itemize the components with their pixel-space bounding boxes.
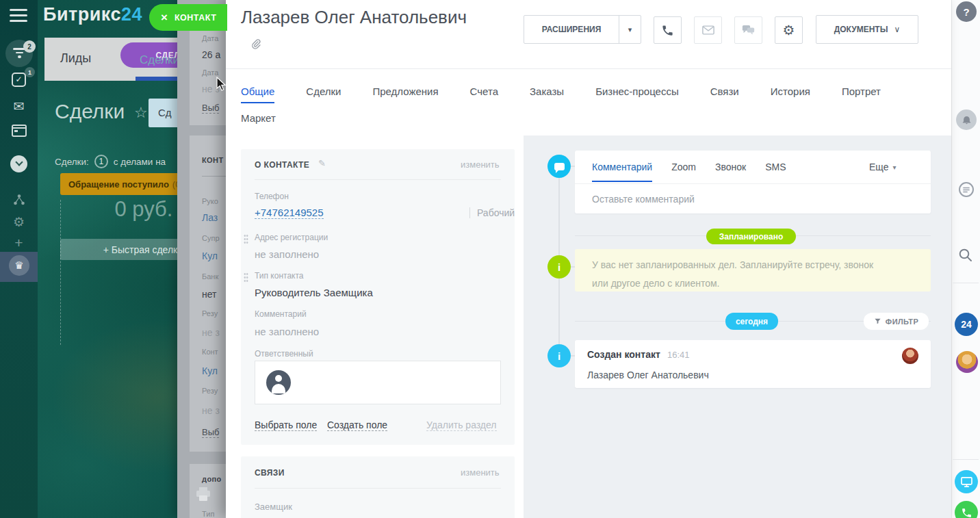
bitrix24-badge[interactable]: 24 xyxy=(955,313,978,336)
counter-suffix: с делами на xyxy=(114,157,166,167)
editor-tab-call[interactable]: Звонок xyxy=(715,161,746,172)
plan-list-icon[interactable] xyxy=(956,179,977,200)
tasks-icon[interactable]: ✓ xyxy=(12,73,26,87)
relations-edit-link[interactable]: изменить xyxy=(461,467,500,478)
hamburger-menu-icon[interactable] xyxy=(10,9,27,22)
no-activities-line1: У вас нет запланированных дел. Запланиру… xyxy=(575,249,931,270)
funnel-icon xyxy=(874,318,881,325)
screenshare-icon[interactable] xyxy=(955,470,978,493)
tab-deals-ghost[interactable]: Сделки xyxy=(140,53,179,67)
contact-title: Лазарев Олег Анатольевич xyxy=(241,7,467,28)
tab-quotes[interactable]: Предложения xyxy=(372,86,438,97)
editor-tab-more[interactable]: Еще ▾ xyxy=(869,161,897,172)
gear-glyph: ⚙ xyxy=(783,22,795,38)
mail-icon[interactable]: ✉ xyxy=(0,99,38,114)
comment-input-placeholder[interactable]: Оставьте комментарий xyxy=(592,194,695,205)
extensions-caret-icon[interactable]: ▾ xyxy=(619,16,641,43)
tab-portrait[interactable]: Портрет xyxy=(842,86,881,97)
tab-history[interactable]: История xyxy=(771,86,810,97)
address-label: Адрес регистрации xyxy=(255,233,328,242)
phone-value-link[interactable]: +74762149525 xyxy=(255,207,324,219)
settings-button[interactable]: ⚙ xyxy=(775,16,803,44)
favorite-star-icon[interactable]: ☆ xyxy=(134,104,148,122)
tab-deals[interactable]: Сделки xyxy=(306,86,341,97)
screen: Битрикс24 Лиды Сделки СДЕЛКА Сделки ☆ Сд… xyxy=(0,0,980,518)
counter-value: 1 xyxy=(94,155,108,168)
bg-select-field-link[interactable]: Выб xyxy=(202,103,219,114)
tab-leads[interactable]: Лиды xyxy=(60,51,91,66)
timeline-filter-button[interactable]: ФИЛЬТР xyxy=(864,313,929,330)
divider xyxy=(953,459,979,460)
search-icon[interactable] xyxy=(958,248,973,266)
feed-badge: 2 xyxy=(23,40,36,53)
relations-card-title: СВЯЗИ xyxy=(255,468,285,478)
paperclip-icon[interactable] xyxy=(250,38,261,50)
info-icon: i xyxy=(547,344,571,367)
extensions-button[interactable]: РАСШИРЕНИЯ ▾ xyxy=(524,15,641,44)
tab-invoices[interactable]: Счета xyxy=(470,86,498,97)
create-field-link[interactable]: Создать поле xyxy=(327,419,387,431)
pencil-icon[interactable]: ✎ xyxy=(318,158,326,168)
tab-orders[interactable]: Заказы xyxy=(530,86,564,97)
phone-label: Телефон xyxy=(255,192,289,201)
collapse-chevron-icon[interactable] xyxy=(10,155,27,172)
more-label: Еще xyxy=(869,161,889,172)
filter-label: ФИЛЬТР xyxy=(886,318,918,326)
tab-relations[interactable]: Связи xyxy=(710,86,739,97)
bg-field-label: Дата xyxy=(202,34,218,42)
calendar-icon[interactable] xyxy=(12,125,27,137)
delete-section-link[interactable]: Удалить раздел xyxy=(426,419,497,431)
event-author-avatar[interactable] xyxy=(902,348,918,364)
tab-bizproc[interactable]: Бизнес-процессы xyxy=(595,86,679,97)
slider-close-button[interactable]: × КОНТАКТ xyxy=(149,4,227,31)
printer-icon[interactable] xyxy=(195,487,211,502)
bg-section-title: допо xyxy=(202,475,222,483)
bg-field-label: Банк xyxy=(202,272,218,281)
bg-field-label: Тип xyxy=(202,510,214,518)
phone-type-label: Рабочий xyxy=(469,207,515,218)
divider xyxy=(575,183,931,184)
user-avatar[interactable] xyxy=(956,351,978,373)
drag-handle-icon[interactable] xyxy=(244,234,248,244)
drag-handle-icon[interactable] xyxy=(244,272,248,282)
bg-select-field-link[interactable]: Выб xyxy=(202,427,219,438)
crown-icon[interactable]: ♛ xyxy=(9,255,29,276)
header-divider xyxy=(226,68,951,69)
editor-tab-sms[interactable]: SMS xyxy=(765,161,786,172)
borrower-label: Заемщик xyxy=(255,502,292,512)
info-icon: i xyxy=(547,255,571,279)
chat-button[interactable] xyxy=(734,16,762,44)
responsible-box[interactable] xyxy=(255,361,501,404)
responsible-avatar xyxy=(266,370,291,395)
editor-tab-comment[interactable]: Комментарий xyxy=(592,161,652,172)
tab-general[interactable]: Общие xyxy=(241,86,274,97)
notifications-bell-icon[interactable] xyxy=(956,109,977,130)
left-sidebar: 2 ✓ 1 ✉ ⚙ + ♛ xyxy=(0,0,38,518)
event-card[interactable] xyxy=(575,340,931,388)
bg-field-value[interactable]: Лаз xyxy=(202,212,218,223)
about-edit-link[interactable]: изменить xyxy=(461,159,500,170)
call-button[interactable] xyxy=(654,16,682,44)
select-field-link[interactable]: Выбрать поле xyxy=(255,419,317,431)
kanban-column-title: Обращение поступило xyxy=(68,179,169,190)
bg-field-value[interactable]: Кул xyxy=(202,365,218,376)
bg-field-value: не з xyxy=(202,327,220,338)
event-title: Создан контакт xyxy=(587,349,660,360)
bg-field-label: Резу xyxy=(202,387,218,395)
close-label: КОНТАКТ xyxy=(175,13,216,23)
bitrix24-logo[interactable]: Битрикс24 xyxy=(43,4,142,25)
network-icon[interactable] xyxy=(13,194,25,206)
editor-tab-zoom[interactable]: Zoom xyxy=(671,161,696,172)
contact-type-label: Тип контакта xyxy=(255,271,303,281)
bg-field-value[interactable]: Кул xyxy=(202,250,218,261)
documents-button[interactable]: ДОКУМЕНТЫ ∨ xyxy=(816,15,918,44)
bg-field-label: Руко xyxy=(202,197,218,205)
settings-gear-icon[interactable]: ⚙ xyxy=(0,214,38,230)
help-icon[interactable]: ? xyxy=(956,1,977,22)
email-button[interactable] xyxy=(694,16,722,44)
logo-number: 24 xyxy=(121,4,142,25)
tab-market[interactable]: Маркет xyxy=(241,112,276,124)
address-value: не заполнено xyxy=(255,248,319,260)
timeline-editor-tabs: Комментарий Zoom Звонок SMS xyxy=(592,161,786,172)
add-plus-icon[interactable]: + xyxy=(0,235,38,251)
